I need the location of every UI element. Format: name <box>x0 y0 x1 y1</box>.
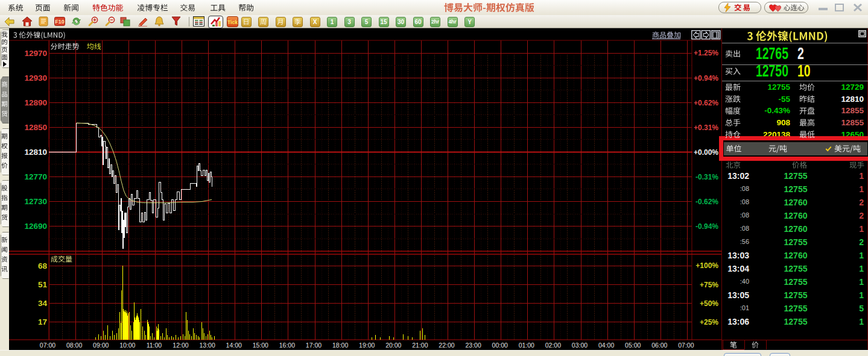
svg-text:+1.25%: +1.25% <box>694 49 718 57</box>
svg-text:+0.00%: +0.00% <box>694 148 718 157</box>
svg-text:05:00: 05:00 <box>625 342 641 349</box>
svg-text:-0.94%: -0.94% <box>695 222 718 231</box>
svg-text:12730: 12730 <box>24 197 47 206</box>
svg-text:04:00: 04:00 <box>598 342 614 349</box>
svg-text:09:00: 09:00 <box>93 342 109 349</box>
svg-text:+0.31%: +0.31% <box>694 123 718 132</box>
svg-text:03:00: 03:00 <box>572 342 588 349</box>
svg-text:13:00: 13:00 <box>199 342 215 349</box>
svg-text:14:00: 14:00 <box>226 342 242 349</box>
svg-text:+0.94%: +0.94% <box>694 74 718 83</box>
svg-text:+100%: +100% <box>695 261 718 270</box>
svg-text:12850: 12850 <box>24 123 47 132</box>
svg-text:-0.31%: -0.31% <box>695 173 718 181</box>
svg-text:Tick: Tick <box>227 19 238 25</box>
svg-text:12690: 12690 <box>24 222 47 231</box>
svg-text:-0.62%: -0.62% <box>695 198 718 206</box>
svg-text:+0.62%: +0.62% <box>694 99 718 107</box>
svg-text:12:00: 12:00 <box>173 342 188 349</box>
svg-text:+75%: +75% <box>700 281 718 289</box>
svg-text:11:00: 11:00 <box>147 342 162 349</box>
svg-text:51: 51 <box>38 280 48 289</box>
svg-text:+25%: +25% <box>700 318 718 326</box>
svg-text:34: 34 <box>38 299 48 308</box>
svg-text:08:00: 08:00 <box>66 342 82 349</box>
svg-text:23:00: 23:00 <box>465 342 481 349</box>
svg-text:12770: 12770 <box>24 172 47 181</box>
svg-text:20:00: 20:00 <box>385 342 401 349</box>
svg-text:12810: 12810 <box>24 148 47 157</box>
svg-text:00:00: 00:00 <box>492 342 508 349</box>
svg-text:22:00: 22:00 <box>439 342 454 349</box>
svg-text:02:00: 02:00 <box>545 342 561 349</box>
svg-text:18:00: 18:00 <box>332 342 348 349</box>
svg-text:06:00: 06:00 <box>651 342 667 349</box>
svg-text:12890: 12890 <box>24 98 47 107</box>
svg-text:+50%: +50% <box>700 299 718 308</box>
svg-text:12970: 12970 <box>24 49 47 58</box>
svg-text:07:00: 07:00 <box>40 342 55 349</box>
svg-text:F10: F10 <box>55 19 65 25</box>
svg-text:21:00: 21:00 <box>412 342 428 349</box>
svg-text:01:00: 01:00 <box>519 342 534 349</box>
svg-text:15:00: 15:00 <box>253 342 268 349</box>
svg-text:68: 68 <box>38 261 48 270</box>
svg-text:07:00: 07:00 <box>678 342 694 349</box>
svg-text:17: 17 <box>38 317 47 326</box>
svg-text:16:00: 16:00 <box>279 342 295 349</box>
svg-text:19:00: 19:00 <box>359 342 375 349</box>
svg-text:10:00: 10:00 <box>119 342 135 349</box>
svg-text:17:00: 17:00 <box>306 342 322 349</box>
svg-text:12930: 12930 <box>24 73 47 83</box>
